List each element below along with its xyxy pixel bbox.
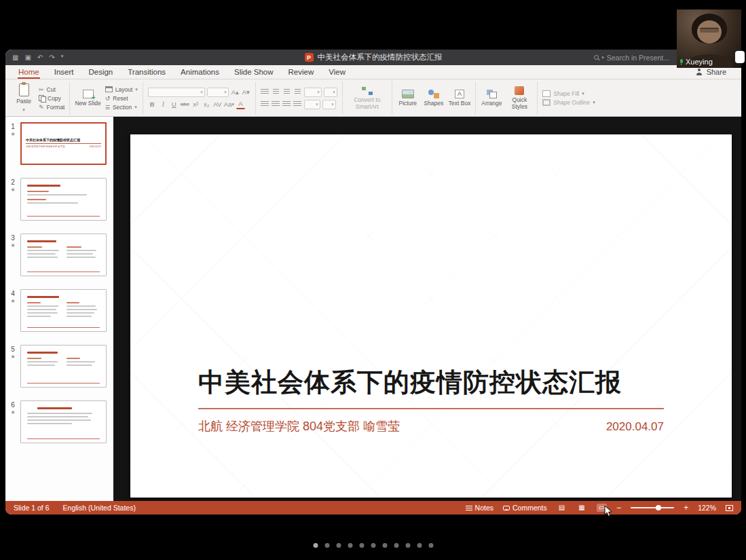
cut-button[interactable]: Cut — [39, 86, 64, 93]
indent-decrease-button[interactable] — [282, 88, 291, 97]
slide-thumbnail-panel[interactable]: 1 ★ 中美社会体系下的疫情防控状态汇报 北航 经济管理学院 804党支部 喻雪… — [5, 117, 113, 501]
copy-icon — [39, 95, 45, 101]
align-center-button[interactable] — [272, 100, 280, 109]
pagination-dot[interactable] — [394, 543, 398, 548]
slide-subtitle[interactable]: 北航 经济管理学院 804党支部 喻雪莹 — [198, 418, 400, 434]
title-block[interactable]: 中美社会体系下的疫情防控状态汇报 北航 经济管理学院 804党支部 喻雪莹 20… — [198, 365, 664, 434]
tab-animations[interactable]: Animations — [180, 65, 220, 79]
slide-sorter-view-button[interactable]: ▦ — [576, 504, 586, 512]
pagination-dot[interactable] — [428, 543, 433, 548]
slide-thumbnail-3[interactable] — [20, 234, 107, 276]
tab-review[interactable]: Review — [288, 65, 315, 79]
tab-slide-show[interactable]: Slide Show — [234, 65, 274, 79]
slide-counter: Slide 1 of 6 — [14, 504, 50, 512]
slide-canvas[interactable]: 中美社会体系下的疫情防控状态汇报 北航 经济管理学院 804党支部 喻雪莹 20… — [113, 117, 741, 501]
font-size-dropdown[interactable] — [207, 88, 229, 97]
slide-thumbnail-4[interactable] — [20, 289, 107, 332]
document-body: 1 ★ 中美社会体系下的疫情防控状态汇报 北航 经济管理学院 804党支部 喻雪… — [5, 117, 741, 501]
columns-dropdown[interactable] — [304, 100, 320, 109]
window-view-icon[interactable]: ▦ — [12, 54, 18, 61]
tab-view[interactable]: View — [328, 65, 346, 79]
text-box-button[interactable]: A Text Box — [449, 90, 471, 107]
bullets-button[interactable] — [261, 88, 269, 97]
arrange-button[interactable]: Arrange — [481, 90, 502, 107]
undo-icon[interactable]: ↶ — [37, 54, 43, 61]
pagination-dot[interactable] — [313, 543, 318, 548]
pagination-dot[interactable] — [405, 543, 410, 548]
redo-icon[interactable]: ↷ — [49, 54, 54, 61]
participant-video[interactable]: Xueying — [677, 10, 741, 68]
save-icon[interactable]: ▣ — [24, 54, 31, 61]
indent-increase-button[interactable] — [293, 88, 302, 97]
language-indicator[interactable]: English (United States) — [63, 504, 136, 512]
notes-button[interactable]: Notes — [466, 504, 493, 512]
align-text-dropdown[interactable] — [322, 100, 336, 109]
tab-insert[interactable]: Insert — [54, 65, 75, 79]
numbering-button[interactable] — [272, 88, 280, 97]
text-direction-dropdown[interactable] — [324, 88, 337, 97]
align-right-button[interactable] — [282, 100, 291, 109]
shapes-button[interactable]: Shapes — [423, 90, 445, 107]
layout-button[interactable]: Layout — [105, 86, 138, 93]
convert-to-smartart-button[interactable]: Convert to SmartArt — [348, 86, 387, 111]
tab-home[interactable]: Home — [18, 65, 40, 79]
pagination-dot[interactable] — [417, 543, 422, 548]
slide-date[interactable]: 2020.04.07 — [606, 420, 664, 434]
zoom-slider[interactable] — [631, 507, 674, 508]
decrease-font-size-button[interactable]: A▾ — [242, 88, 250, 97]
comments-button[interactable]: Comments — [503, 504, 547, 512]
slide-thumbnail-1[interactable]: 中美社会体系下的疫情防控状态汇报 北航 经济管理学院 804党支部 喻雪莹 20… — [20, 122, 107, 165]
shape-fill-button[interactable]: Shape Fill — [542, 90, 595, 97]
zoom-slider-knob[interactable] — [656, 505, 661, 510]
zoom-out-button[interactable]: − — [616, 504, 621, 512]
text-line-placeholder — [27, 250, 59, 251]
change-case-button[interactable]: Aa — [224, 100, 234, 109]
pagination-dot[interactable] — [371, 543, 375, 548]
tab-design[interactable]: Design — [88, 65, 113, 79]
text-line-placeholder — [27, 419, 91, 421]
zoom-level[interactable]: 122% — [698, 504, 716, 512]
slide-number: 5 — [11, 346, 15, 353]
justify-button[interactable] — [293, 100, 302, 109]
pagination-dot[interactable] — [359, 543, 364, 548]
subscript-button[interactable]: x₂ — [202, 100, 211, 109]
slide-thumbnail-2[interactable] — [20, 178, 107, 221]
strikethrough-button[interactable]: abc — [181, 100, 189, 109]
align-left-button[interactable] — [261, 100, 269, 109]
search-field[interactable]: ▾ Search in Present... — [594, 54, 669, 62]
italic-button[interactable]: I — [159, 100, 168, 109]
ribbon-tab-bar: Home Insert Design Transitions Animation… — [5, 65, 741, 79]
current-slide[interactable]: 中美社会体系下的疫情防控状态汇报 北航 经济管理学院 804党支部 喻雪莹 20… — [130, 134, 732, 498]
tab-transitions[interactable]: Transitions — [127, 65, 166, 79]
copy-button[interactable]: Copy — [39, 95, 64, 102]
slide-thumbnail-6[interactable] — [20, 400, 107, 443]
character-spacing-button[interactable]: AV — [213, 100, 222, 109]
increase-font-size-button[interactable]: A▴ — [231, 88, 240, 97]
slide-title[interactable]: 中美社会体系下的疫情防控状态汇报 — [198, 365, 664, 400]
pagination-dot[interactable] — [336, 543, 341, 548]
bold-button[interactable]: B — [148, 100, 157, 109]
superscript-button[interactable]: x² — [191, 100, 200, 109]
side-panel-handle[interactable] — [735, 51, 745, 63]
normal-view-button[interactable]: ▤ — [557, 504, 567, 512]
format-painter-button[interactable]: Format — [39, 104, 64, 111]
shape-outline-button[interactable]: Shape Outline — [542, 99, 595, 106]
quick-styles-button[interactable]: Quick Styles — [506, 86, 532, 111]
line-spacing-dropdown[interactable] — [304, 88, 322, 97]
fit-slide-to-window-icon[interactable] — [726, 505, 733, 511]
slide-thumbnail-5[interactable] — [20, 345, 107, 388]
toolbar-options-icon[interactable]: ▾ — [61, 54, 64, 61]
section-button[interactable]: Section — [105, 104, 138, 111]
pagination-dot[interactable] — [348, 543, 352, 548]
paste-button[interactable]: Paste — [13, 83, 35, 113]
pagination-dot[interactable] — [382, 543, 387, 548]
picture-button[interactable]: Picture — [397, 90, 419, 107]
font-color-button[interactable]: A — [236, 100, 245, 109]
zoom-in-button[interactable]: + — [684, 504, 688, 512]
font-name-dropdown[interactable] — [148, 88, 205, 97]
reset-button[interactable]: Reset — [105, 95, 138, 102]
new-slide-button[interactable]: New Slide — [75, 90, 100, 107]
underline-button[interactable]: U — [170, 100, 179, 109]
pagination-dot[interactable] — [324, 543, 329, 548]
text-line-placeholder — [67, 305, 96, 307]
